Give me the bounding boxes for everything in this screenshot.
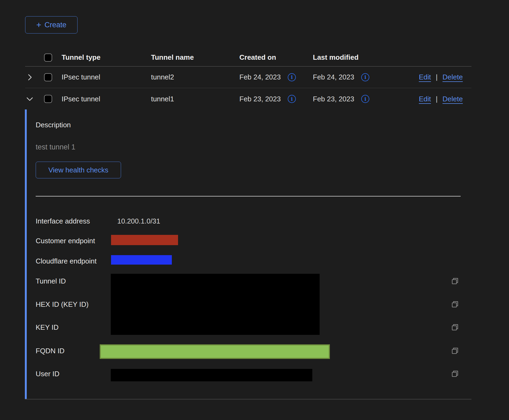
ids-redacted-value-block	[111, 274, 320, 335]
created-on-cell: Feb 24, 2023	[239, 73, 281, 81]
header-tunnel-name: Tunnel name	[151, 53, 239, 62]
cloudflare-endpoint-label: Cloudflare endpoint	[36, 257, 97, 265]
edit-link[interactable]: Edit	[419, 73, 431, 81]
table-header-row: Tunnel type Tunnel name Created on Last …	[25, 49, 471, 66]
tunnel-type-cell: IPsec tunnel	[62, 95, 151, 103]
actions-separator: |	[436, 73, 438, 81]
tunnels-table: Tunnel type Tunnel name Created on Last …	[25, 49, 471, 110]
copy-icon[interactable]	[450, 299, 460, 310]
table-row-tunnel2: IPsec tunnel tunnel2 Feb 24, 2023 i Feb …	[25, 66, 471, 88]
copy-icon[interactable]	[450, 345, 460, 356]
info-icon[interactable]: i	[288, 73, 296, 81]
chevron-down-icon[interactable]	[25, 94, 34, 104]
edit-link[interactable]: Edit	[419, 95, 431, 103]
created-on-cell: Feb 23, 2023	[239, 95, 281, 103]
tunnel-name-cell: tunnel1	[151, 95, 239, 103]
create-button[interactable]: + Create	[25, 16, 78, 34]
key-id-label: KEY ID	[36, 323, 59, 332]
copy-icon[interactable]	[450, 368, 460, 379]
customer-endpoint-label: Customer endpoint	[36, 237, 95, 245]
row-checkbox[interactable]	[44, 73, 52, 81]
last-modified-cell: Feb 24, 2023	[313, 73, 354, 81]
plus-icon: +	[36, 21, 41, 29]
section-divider	[36, 196, 461, 196]
description-label: Description	[36, 121, 71, 129]
delete-link[interactable]: Delete	[443, 73, 463, 81]
tunnel-type-cell: IPsec tunnel	[62, 73, 151, 81]
interface-address-label: Interface address	[36, 217, 90, 225]
last-modified-cell: Feb 23, 2023	[313, 95, 354, 103]
panel-bottom-border	[25, 399, 471, 399]
description-value: test tunnel 1	[36, 143, 75, 151]
expanded-row-indicator-bar	[25, 109, 27, 399]
row-checkbox[interactable]	[44, 95, 52, 103]
table-row-tunnel1: IPsec tunnel tunnel1 Feb 23, 2023 i Feb …	[25, 88, 471, 110]
header-created-on: Created on	[239, 53, 313, 62]
user-id-redacted-value	[111, 369, 312, 381]
info-icon[interactable]: i	[288, 95, 296, 103]
copy-icon[interactable]	[450, 322, 460, 333]
copy-icon[interactable]	[450, 276, 460, 286]
fqdn-id-label: FQDN ID	[36, 347, 65, 355]
header-last-modified: Last modified	[313, 53, 394, 62]
tunnel-id-label: Tunnel ID	[36, 277, 66, 285]
delete-link[interactable]: Delete	[443, 95, 463, 103]
fqdn-id-redacted-value	[100, 344, 330, 359]
actions-separator: |	[436, 95, 438, 103]
chevron-right-icon[interactable]	[25, 73, 34, 82]
tunnel-detail-panel: Description test tunnel 1 View health ch…	[0, 109, 509, 399]
header-tunnel-type: Tunnel type	[62, 53, 151, 62]
view-health-checks-button[interactable]: View health checks	[36, 162, 121, 178]
hex-id-label: HEX ID (KEY ID)	[36, 300, 89, 309]
tunnels-page: { "toolbar": { "create_label": "Create" …	[0, 0, 509, 420]
select-all-checkbox[interactable]	[44, 54, 52, 62]
interface-address-value: 10.200.1.0/31	[117, 217, 160, 225]
user-id-label: User ID	[36, 370, 59, 378]
customer-endpoint-redacted-value	[111, 235, 178, 245]
create-button-label: Create	[45, 21, 66, 29]
tunnel-name-cell: tunnel2	[151, 73, 239, 81]
cloudflare-endpoint-redacted-value	[111, 255, 172, 265]
info-icon[interactable]: i	[361, 95, 369, 103]
info-icon[interactable]: i	[361, 73, 369, 81]
